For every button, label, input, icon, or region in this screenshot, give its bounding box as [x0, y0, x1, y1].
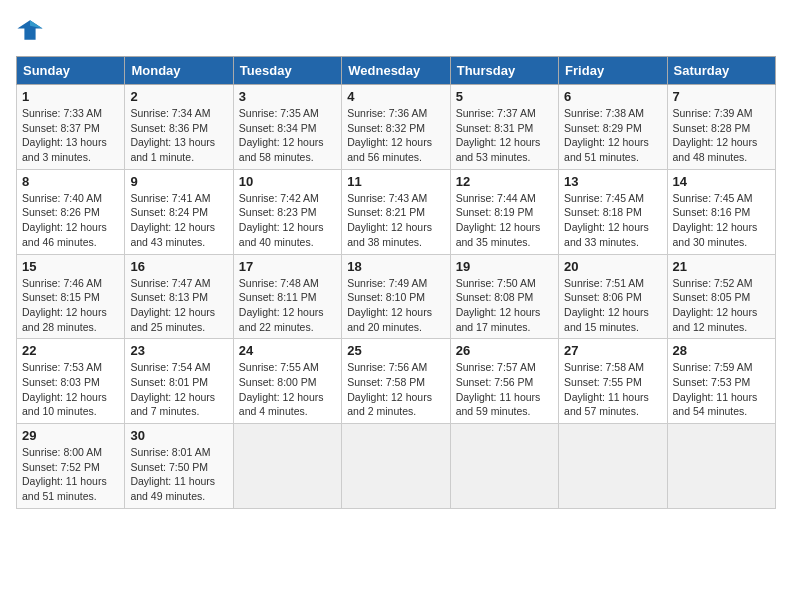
- day-detail: Sunrise: 7:45 AM Sunset: 8:16 PM Dayligh…: [673, 191, 770, 250]
- day-number: 24: [239, 343, 336, 358]
- day-detail: Sunrise: 7:55 AM Sunset: 8:00 PM Dayligh…: [239, 360, 336, 419]
- calendar-cell: 25Sunrise: 7:56 AM Sunset: 7:58 PM Dayli…: [342, 339, 450, 424]
- calendar-week-row: 29Sunrise: 8:00 AM Sunset: 7:52 PM Dayli…: [17, 424, 776, 509]
- day-number: 22: [22, 343, 119, 358]
- calendar-cell: 12Sunrise: 7:44 AM Sunset: 8:19 PM Dayli…: [450, 169, 558, 254]
- calendar-cell: 27Sunrise: 7:58 AM Sunset: 7:55 PM Dayli…: [559, 339, 667, 424]
- calendar-cell: 1Sunrise: 7:33 AM Sunset: 8:37 PM Daylig…: [17, 85, 125, 170]
- calendar-cell: 4Sunrise: 7:36 AM Sunset: 8:32 PM Daylig…: [342, 85, 450, 170]
- day-detail: Sunrise: 7:42 AM Sunset: 8:23 PM Dayligh…: [239, 191, 336, 250]
- day-number: 20: [564, 259, 661, 274]
- calendar-cell: 9Sunrise: 7:41 AM Sunset: 8:24 PM Daylig…: [125, 169, 233, 254]
- day-number: 10: [239, 174, 336, 189]
- calendar-cell: [450, 424, 558, 509]
- weekday-header-thursday: Thursday: [450, 57, 558, 85]
- calendar-cell: 13Sunrise: 7:45 AM Sunset: 8:18 PM Dayli…: [559, 169, 667, 254]
- calendar-cell: [667, 424, 775, 509]
- day-number: 4: [347, 89, 444, 104]
- calendar-cell: 20Sunrise: 7:51 AM Sunset: 8:06 PM Dayli…: [559, 254, 667, 339]
- calendar-cell: 3Sunrise: 7:35 AM Sunset: 8:34 PM Daylig…: [233, 85, 341, 170]
- day-number: 14: [673, 174, 770, 189]
- calendar-cell: 6Sunrise: 7:38 AM Sunset: 8:29 PM Daylig…: [559, 85, 667, 170]
- day-number: 18: [347, 259, 444, 274]
- calendar-cell: 21Sunrise: 7:52 AM Sunset: 8:05 PM Dayli…: [667, 254, 775, 339]
- day-detail: Sunrise: 7:43 AM Sunset: 8:21 PM Dayligh…: [347, 191, 444, 250]
- weekday-header-wednesday: Wednesday: [342, 57, 450, 85]
- calendar-cell: [559, 424, 667, 509]
- day-number: 7: [673, 89, 770, 104]
- day-number: 27: [564, 343, 661, 358]
- logo: [16, 16, 48, 44]
- calendar-cell: 15Sunrise: 7:46 AM Sunset: 8:15 PM Dayli…: [17, 254, 125, 339]
- day-detail: Sunrise: 8:01 AM Sunset: 7:50 PM Dayligh…: [130, 445, 227, 504]
- calendar-week-row: 22Sunrise: 7:53 AM Sunset: 8:03 PM Dayli…: [17, 339, 776, 424]
- calendar-cell: 18Sunrise: 7:49 AM Sunset: 8:10 PM Dayli…: [342, 254, 450, 339]
- calendar-week-row: 8Sunrise: 7:40 AM Sunset: 8:26 PM Daylig…: [17, 169, 776, 254]
- calendar-cell: 22Sunrise: 7:53 AM Sunset: 8:03 PM Dayli…: [17, 339, 125, 424]
- calendar-week-row: 1Sunrise: 7:33 AM Sunset: 8:37 PM Daylig…: [17, 85, 776, 170]
- calendar-cell: 10Sunrise: 7:42 AM Sunset: 8:23 PM Dayli…: [233, 169, 341, 254]
- calendar-cell: 23Sunrise: 7:54 AM Sunset: 8:01 PM Dayli…: [125, 339, 233, 424]
- day-number: 19: [456, 259, 553, 274]
- day-number: 21: [673, 259, 770, 274]
- day-detail: Sunrise: 7:58 AM Sunset: 7:55 PM Dayligh…: [564, 360, 661, 419]
- day-number: 5: [456, 89, 553, 104]
- day-number: 17: [239, 259, 336, 274]
- day-detail: Sunrise: 7:46 AM Sunset: 8:15 PM Dayligh…: [22, 276, 119, 335]
- day-number: 12: [456, 174, 553, 189]
- calendar-cell: 26Sunrise: 7:57 AM Sunset: 7:56 PM Dayli…: [450, 339, 558, 424]
- day-detail: Sunrise: 7:48 AM Sunset: 8:11 PM Dayligh…: [239, 276, 336, 335]
- weekday-header-monday: Monday: [125, 57, 233, 85]
- day-detail: Sunrise: 7:34 AM Sunset: 8:36 PM Dayligh…: [130, 106, 227, 165]
- day-number: 29: [22, 428, 119, 443]
- day-number: 1: [22, 89, 119, 104]
- page-header: [16, 16, 776, 44]
- day-detail: Sunrise: 7:37 AM Sunset: 8:31 PM Dayligh…: [456, 106, 553, 165]
- day-number: 25: [347, 343, 444, 358]
- day-detail: Sunrise: 8:00 AM Sunset: 7:52 PM Dayligh…: [22, 445, 119, 504]
- calendar-cell: 2Sunrise: 7:34 AM Sunset: 8:36 PM Daylig…: [125, 85, 233, 170]
- day-number: 30: [130, 428, 227, 443]
- calendar-cell: 24Sunrise: 7:55 AM Sunset: 8:00 PM Dayli…: [233, 339, 341, 424]
- weekday-header-saturday: Saturday: [667, 57, 775, 85]
- weekday-header-tuesday: Tuesday: [233, 57, 341, 85]
- calendar-cell: 8Sunrise: 7:40 AM Sunset: 8:26 PM Daylig…: [17, 169, 125, 254]
- calendar-cell: 29Sunrise: 8:00 AM Sunset: 7:52 PM Dayli…: [17, 424, 125, 509]
- day-detail: Sunrise: 7:50 AM Sunset: 8:08 PM Dayligh…: [456, 276, 553, 335]
- day-detail: Sunrise: 7:59 AM Sunset: 7:53 PM Dayligh…: [673, 360, 770, 419]
- day-detail: Sunrise: 7:40 AM Sunset: 8:26 PM Dayligh…: [22, 191, 119, 250]
- day-number: 23: [130, 343, 227, 358]
- calendar-cell: 28Sunrise: 7:59 AM Sunset: 7:53 PM Dayli…: [667, 339, 775, 424]
- calendar-week-row: 15Sunrise: 7:46 AM Sunset: 8:15 PM Dayli…: [17, 254, 776, 339]
- day-detail: Sunrise: 7:33 AM Sunset: 8:37 PM Dayligh…: [22, 106, 119, 165]
- calendar-cell: 14Sunrise: 7:45 AM Sunset: 8:16 PM Dayli…: [667, 169, 775, 254]
- day-number: 2: [130, 89, 227, 104]
- day-detail: Sunrise: 7:45 AM Sunset: 8:18 PM Dayligh…: [564, 191, 661, 250]
- calendar-table: SundayMondayTuesdayWednesdayThursdayFrid…: [16, 56, 776, 509]
- day-number: 8: [22, 174, 119, 189]
- day-detail: Sunrise: 7:53 AM Sunset: 8:03 PM Dayligh…: [22, 360, 119, 419]
- logo-bird-icon: [16, 16, 44, 44]
- day-number: 26: [456, 343, 553, 358]
- day-detail: Sunrise: 7:51 AM Sunset: 8:06 PM Dayligh…: [564, 276, 661, 335]
- calendar-cell: 7Sunrise: 7:39 AM Sunset: 8:28 PM Daylig…: [667, 85, 775, 170]
- calendar-cell: 17Sunrise: 7:48 AM Sunset: 8:11 PM Dayli…: [233, 254, 341, 339]
- day-detail: Sunrise: 7:36 AM Sunset: 8:32 PM Dayligh…: [347, 106, 444, 165]
- day-number: 11: [347, 174, 444, 189]
- day-detail: Sunrise: 7:38 AM Sunset: 8:29 PM Dayligh…: [564, 106, 661, 165]
- day-number: 3: [239, 89, 336, 104]
- day-number: 6: [564, 89, 661, 104]
- day-detail: Sunrise: 7:54 AM Sunset: 8:01 PM Dayligh…: [130, 360, 227, 419]
- day-detail: Sunrise: 7:39 AM Sunset: 8:28 PM Dayligh…: [673, 106, 770, 165]
- day-detail: Sunrise: 7:57 AM Sunset: 7:56 PM Dayligh…: [456, 360, 553, 419]
- weekday-header-row: SundayMondayTuesdayWednesdayThursdayFrid…: [17, 57, 776, 85]
- day-number: 16: [130, 259, 227, 274]
- day-detail: Sunrise: 7:49 AM Sunset: 8:10 PM Dayligh…: [347, 276, 444, 335]
- day-detail: Sunrise: 7:52 AM Sunset: 8:05 PM Dayligh…: [673, 276, 770, 335]
- weekday-header-friday: Friday: [559, 57, 667, 85]
- day-detail: Sunrise: 7:47 AM Sunset: 8:13 PM Dayligh…: [130, 276, 227, 335]
- calendar-cell: 5Sunrise: 7:37 AM Sunset: 8:31 PM Daylig…: [450, 85, 558, 170]
- day-detail: Sunrise: 7:44 AM Sunset: 8:19 PM Dayligh…: [456, 191, 553, 250]
- day-detail: Sunrise: 7:35 AM Sunset: 8:34 PM Dayligh…: [239, 106, 336, 165]
- calendar-cell: 16Sunrise: 7:47 AM Sunset: 8:13 PM Dayli…: [125, 254, 233, 339]
